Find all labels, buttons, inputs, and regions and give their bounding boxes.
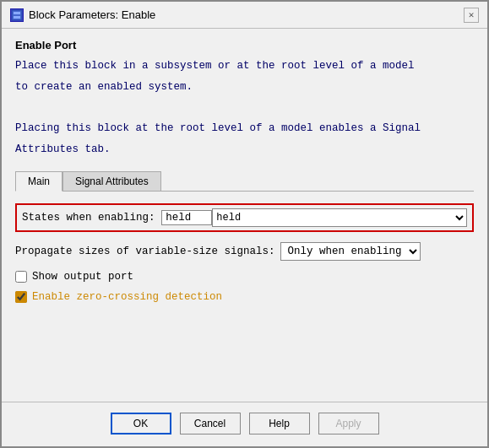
zero-crossing-label: Enable zero-crossing detection bbox=[32, 291, 222, 303]
close-button[interactable]: ✕ bbox=[464, 8, 479, 23]
help-button[interactable]: Help bbox=[249, 413, 310, 435]
description-line1: Place this block in a subsystem or at th… bbox=[15, 58, 474, 74]
ok-button[interactable]: OK bbox=[111, 413, 171, 435]
description-line2: to create an enabled system. bbox=[15, 79, 474, 95]
tab-signal-attributes[interactable]: Signal Attributes bbox=[62, 171, 161, 191]
states-label: States when enabling: bbox=[22, 212, 155, 224]
description-line5: Attributes tab. bbox=[15, 142, 474, 158]
svg-rect-2 bbox=[14, 16, 20, 19]
show-output-checkbox[interactable] bbox=[15, 271, 27, 283]
description-line4: Placing this block at the root level of … bbox=[15, 121, 474, 137]
propagate-label: Propagate sizes of variable-size signals… bbox=[15, 246, 275, 257]
states-value-input[interactable] bbox=[161, 210, 212, 225]
propagate-row: Propagate sizes of variable-size signals… bbox=[15, 242, 474, 261]
zero-crossing-checkbox[interactable] bbox=[15, 291, 27, 303]
states-dropdown[interactable]: held reset inherit bbox=[212, 208, 467, 227]
dialog-content: Enable Port Place this block in a subsys… bbox=[2, 29, 487, 402]
zero-crossing-row: Enable zero-crossing detection bbox=[15, 291, 474, 303]
dialog-title: Block Parameters: Enable bbox=[29, 8, 155, 21]
cancel-button[interactable]: Cancel bbox=[180, 413, 241, 435]
apply-button[interactable]: Apply bbox=[318, 413, 379, 435]
states-dropdown-container: held reset inherit bbox=[212, 208, 467, 227]
propagate-dropdown[interactable]: Only when enabling During execution Inhe… bbox=[280, 242, 421, 261]
title-bar-left: Block Parameters: Enable bbox=[10, 8, 155, 22]
show-output-row: Show output port bbox=[15, 271, 474, 283]
svg-rect-1 bbox=[14, 12, 20, 14]
section-title: Enable Port bbox=[15, 39, 474, 51]
button-bar: OK Cancel Help Apply bbox=[2, 402, 487, 446]
title-bar: Block Parameters: Enable ✕ bbox=[2, 2, 487, 29]
dialog-icon bbox=[10, 8, 24, 22]
tab-content-main: States when enabling: held reset inherit… bbox=[15, 192, 474, 311]
svg-rect-0 bbox=[12, 10, 22, 20]
states-enabling-row: States when enabling: held reset inherit bbox=[15, 203, 474, 232]
block-parameters-dialog: Block Parameters: Enable ✕ Enable Port P… bbox=[0, 0, 489, 448]
tab-bar: Main Signal Attributes bbox=[15, 171, 474, 192]
spacer bbox=[15, 311, 474, 391]
tab-main[interactable]: Main bbox=[15, 171, 62, 192]
description-line3 bbox=[15, 100, 474, 116]
show-output-label: Show output port bbox=[32, 271, 133, 283]
